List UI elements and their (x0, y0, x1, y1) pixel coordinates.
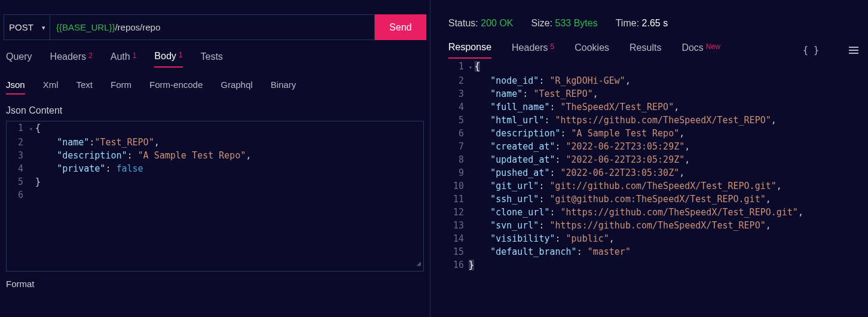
response-tabs: Response Headers5 Cookies Results DocsNe… (442, 29, 868, 59)
response-size: Size: 533 Bytes (531, 18, 598, 29)
tab-tests[interactable]: Tests (201, 51, 223, 67)
fold-icon[interactable]: ▾ (29, 123, 35, 136)
body-badge: 1 (179, 51, 183, 59)
request-body-editor[interactable]: 1▾{ 2 "name":"Test_REPO", 3 "description… (6, 121, 424, 272)
subtab-text[interactable]: Text (77, 80, 93, 95)
app-root: POST ▾ {{BASE_URL}}/repos/repo Send Quer… (0, 0, 868, 317)
tab-body[interactable]: Body1 (154, 51, 182, 68)
http-method-select[interactable]: POST (4, 14, 50, 40)
menu-icon[interactable] (849, 47, 858, 54)
json-content-heading: Json Content (0, 95, 430, 121)
fold-icon[interactable]: ▾ (469, 61, 475, 74)
toggle-raw-icon[interactable]: { } (803, 45, 819, 56)
send-button[interactable]: Send (375, 14, 426, 40)
format-button[interactable]: Format (0, 272, 430, 296)
resp-headers-badge: 5 (551, 42, 555, 51)
rtab-response[interactable]: Response (448, 42, 491, 59)
rtab-results[interactable]: Results (629, 42, 661, 58)
resize-handle-icon: ◢ (417, 257, 421, 270)
headers-badge: 2 (88, 51, 93, 60)
url-path: /repos/repo (115, 22, 160, 32)
tab-query[interactable]: Query (6, 51, 32, 67)
response-time: Time: 2.65 s (616, 18, 668, 29)
rtab-docs[interactable]: DocsNew (681, 42, 720, 58)
response-pane: Status: 200 OK Size: 533 Bytes Time: 2.6… (430, 0, 868, 317)
subtab-binary[interactable]: Binary (271, 80, 297, 95)
url-input[interactable]: {{BASE_URL}}/repos/repo (50, 14, 375, 40)
subtab-json[interactable]: Json (6, 80, 25, 95)
body-subtabs: Json Xml Text Form Form-encode Graphql B… (0, 68, 430, 95)
subtab-graphql[interactable]: Graphql (221, 80, 252, 95)
rtab-headers[interactable]: Headers5 (512, 42, 554, 58)
response-body-viewer[interactable]: 1▾{ 2 "node_id": "R_kgDOHi-GEw", 3 "name… (442, 59, 868, 272)
subtab-formencode[interactable]: Form-encode (149, 80, 203, 95)
subtab-form[interactable]: Form (111, 80, 132, 95)
tab-auth[interactable]: Auth1 (111, 51, 137, 67)
tab-headers[interactable]: Headers2 (50, 51, 93, 67)
rtab-cookies[interactable]: Cookies (574, 42, 609, 58)
request-pane: POST ▾ {{BASE_URL}}/repos/repo Send Quer… (0, 0, 430, 317)
subtab-xml[interactable]: Xml (43, 80, 59, 95)
docs-new-badge: New (706, 42, 720, 51)
request-bar: POST ▾ {{BASE_URL}}/repos/repo Send (4, 14, 426, 40)
request-tabs: Query Headers2 Auth1 Body1 Tests (0, 40, 430, 68)
method-select-wrap: POST ▾ (4, 14, 50, 40)
auth-badge: 1 (133, 51, 137, 60)
url-variable: {{BASE_URL}} (56, 22, 115, 32)
status-code: Status: 200 OK (448, 18, 514, 29)
response-status-bar: Status: 200 OK Size: 533 Bytes Time: 2.6… (442, 0, 868, 29)
